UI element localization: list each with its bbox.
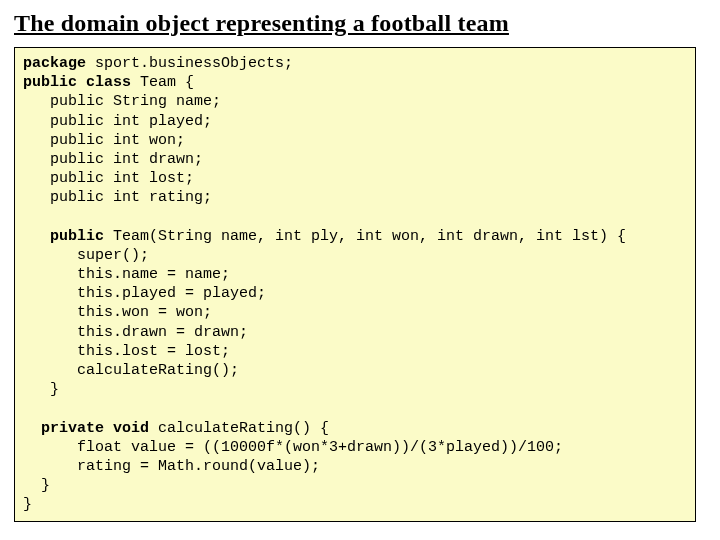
page-title: The domain object representing a footbal… — [14, 10, 706, 37]
code-line: this.played = played; — [23, 285, 266, 302]
code-line: this.lost = lost; — [23, 343, 230, 360]
code-line: public int played; — [23, 113, 212, 130]
keyword-package: package — [23, 55, 86, 72]
code-line: this.won = won; — [23, 304, 212, 321]
code-line: } — [23, 496, 32, 513]
blank-line — [23, 209, 32, 226]
keyword-public: public — [23, 228, 104, 245]
code-block: package sport.businessObjects; public cl… — [14, 47, 696, 522]
code-line: } — [23, 381, 59, 398]
code-line: calculateRating(); — [23, 362, 239, 379]
code-line: sport.businessObjects; — [86, 55, 293, 72]
keyword-public-class: public class — [23, 74, 131, 91]
code-line: this.name = name; — [23, 266, 230, 283]
code-line: this.drawn = drawn; — [23, 324, 248, 341]
code-line: float value = ((10000f*(won*3+drawn))/(3… — [23, 439, 563, 456]
code-line: public int rating; — [23, 189, 212, 206]
code-line: Team { — [131, 74, 194, 91]
code-line: } — [23, 477, 50, 494]
code-line: calculateRating() { — [149, 420, 329, 437]
keyword-private-void: private void — [23, 420, 149, 437]
code-line: public int lost; — [23, 170, 194, 187]
code-line: super(); — [23, 247, 149, 264]
code-line: public int won; — [23, 132, 185, 149]
code-line: public int drawn; — [23, 151, 203, 168]
code-line: public String name; — [23, 93, 221, 110]
slide: The domain object representing a footbal… — [0, 0, 720, 536]
code-line: rating = Math.round(value); — [23, 458, 320, 475]
blank-line — [23, 400, 32, 417]
code-line: Team(String name, int ply, int won, int … — [104, 228, 626, 245]
